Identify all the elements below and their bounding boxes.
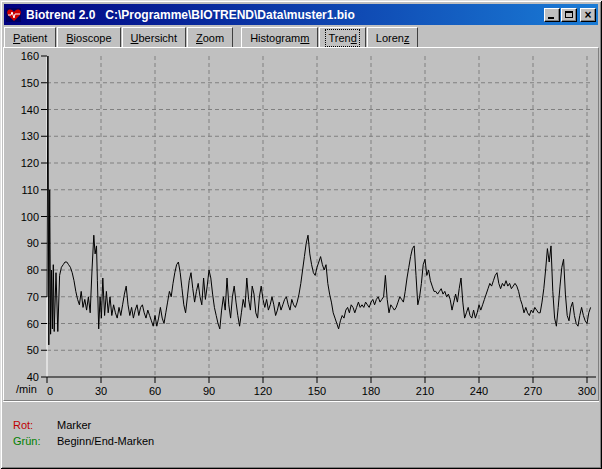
legend-color-label: Grün: (13, 435, 57, 447)
y-tick-label: 100 (21, 211, 39, 223)
app-window: Biotrend 2.0 C:\Programme\BIOTREND\Data\… (0, 0, 602, 469)
y-tick-label: 50 (27, 344, 39, 356)
x-tick-label: 300 (578, 385, 596, 397)
y-tick-label: 160 (21, 50, 39, 62)
x-tick-label: 270 (524, 385, 542, 397)
y-tick-label: 60 (27, 318, 39, 330)
x-tick-label: 30 (95, 385, 107, 397)
app-heart-ecg-icon (6, 7, 22, 23)
tab-label: Patient (13, 32, 47, 44)
y-tick-label: 140 (21, 104, 39, 116)
x-tick-label: 210 (416, 385, 434, 397)
legend-text: Marker (57, 419, 599, 431)
tab-trend[interactable]: Trend (319, 27, 365, 47)
tab-bar: PatientBioscopeUbersichtZoomHistogrammTr… (4, 26, 598, 47)
trend-line-series (47, 56, 591, 345)
x-tick-label: 180 (362, 385, 380, 397)
tab-zoom[interactable]: Zoom (187, 27, 233, 47)
y-tick-label: 80 (27, 264, 39, 276)
tab-bioscope[interactable]: Bioscope (57, 27, 120, 47)
minimize-button[interactable] (544, 8, 560, 22)
tab-patient[interactable]: Patient (4, 27, 56, 47)
chart-panel: 4050607080901001101201301401501600306090… (3, 47, 599, 401)
y-axis-unit-label: /min (16, 383, 37, 395)
legend: Rot:MarkerGrün:Beginn/End-Marken (3, 402, 599, 449)
tab-ubersicht[interactable]: Ubersicht (122, 27, 186, 47)
tab-label: Lorenz (376, 32, 410, 44)
legend-color-label: Rot: (13, 419, 57, 431)
y-tick-label: 70 (27, 291, 39, 303)
y-tick-label: 40 (27, 371, 39, 383)
y-tick-label: 110 (21, 184, 39, 196)
x-tick-label: 240 (470, 385, 488, 397)
close-button[interactable]: × (580, 8, 596, 22)
close-icon: × (584, 10, 591, 20)
x-tick-label: 0 (47, 385, 53, 397)
y-tick-label: 130 (21, 130, 39, 142)
tab-lorenz[interactable]: Lorenz (367, 27, 419, 47)
x-tick-label: 150 (308, 385, 326, 397)
x-tick-label: 120 (254, 385, 272, 397)
y-tick-label: 150 (21, 77, 39, 89)
legend-row: Rot:Marker (13, 417, 599, 433)
tab-label: Ubersicht (131, 32, 177, 44)
x-tick-label: 90 (203, 385, 215, 397)
tab-label: Histogramm (250, 32, 309, 44)
window-title: Biotrend 2.0 C:\Programme\BIOTREND\Data\… (26, 8, 543, 22)
y-tick-label: 90 (27, 237, 39, 249)
maximize-button[interactable] (561, 8, 577, 22)
maximize-icon (565, 11, 573, 18)
x-tick-label: 60 (149, 385, 161, 397)
tab-histogramm[interactable]: Histogramm (241, 27, 318, 47)
minimize-icon (548, 17, 554, 19)
tab-label: Zoom (196, 32, 224, 44)
tab-label: Trend (328, 32, 356, 44)
tab-label: Bioscope (66, 32, 111, 44)
window-controls: × (543, 8, 596, 22)
y-tick-label: 120 (21, 157, 39, 169)
legend-row: Grün:Beginn/End-Marken (13, 433, 599, 449)
title-bar[interactable]: Biotrend 2.0 C:\Programme\BIOTREND\Data\… (4, 4, 598, 25)
legend-text: Beginn/End-Marken (57, 435, 599, 447)
trend-chart[interactable]: 4050607080901001101201301401501600306090… (4, 48, 598, 400)
